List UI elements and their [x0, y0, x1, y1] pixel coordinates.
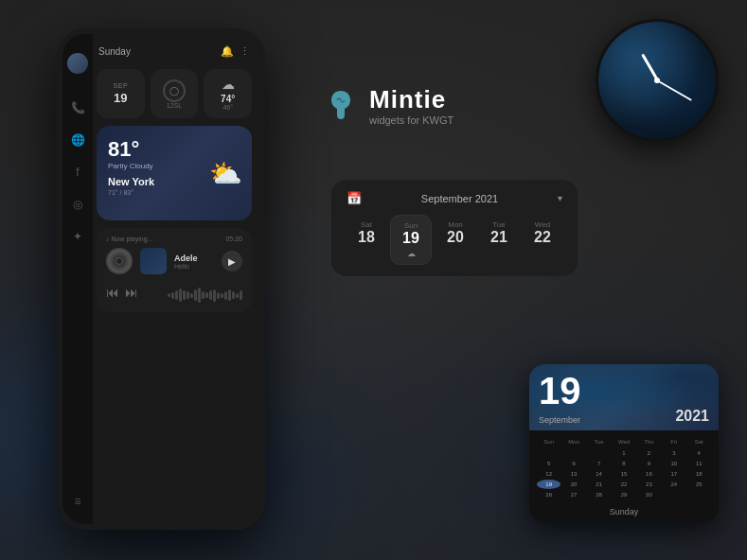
- weather-inner: 81° Partly Cloudy New York 71° / 83°: [108, 137, 240, 196]
- music-widget: ♪ Now playing... 05:20 Adele Hello ▶: [97, 228, 252, 312]
- logo-title: Mintie: [369, 85, 454, 114]
- cal-day[interactable]: 7: [587, 459, 611, 468]
- temp-value: 74°: [221, 94, 235, 104]
- cal-day[interactable]: 16: [637, 469, 661, 479]
- cal-day[interactable]: 5: [537, 459, 560, 468]
- cal-day[interactable]: 20: [561, 480, 585, 489]
- month-label: September 2021: [421, 193, 498, 204]
- music-bottom: ⏮ ⏭: [106, 280, 242, 305]
- steps-widget: ◯ 12SL: [151, 69, 199, 118]
- temp-widget: ☁ 74° 46°: [204, 69, 252, 118]
- cal-day[interactable]: 15: [612, 469, 635, 479]
- weather-widget: 81° Partly Cloudy New York 71° / 83° ⛅: [97, 126, 252, 220]
- clock-widget: [596, 19, 719, 142]
- skip-controls[interactable]: ⏮ ⏭: [106, 285, 138, 300]
- cal-day[interactable]: 24: [662, 480, 685, 489]
- weather-city: New York: [108, 176, 240, 187]
- cal-day[interactable]: 11: [687, 459, 711, 468]
- waveform-bar: [168, 293, 170, 297]
- date-cell-day-num: 22: [534, 229, 551, 246]
- prev-button[interactable]: ⏮: [106, 285, 119, 300]
- cal-day[interactable]: 9: [637, 459, 661, 468]
- waveform-bar: [209, 290, 212, 300]
- cal-day[interactable]: 18: [687, 469, 711, 479]
- date-cell[interactable]: Sun19☁: [390, 215, 432, 265]
- waveform-bar: [213, 289, 216, 302]
- avatar: [67, 53, 88, 74]
- date-cell[interactable]: Wed22: [523, 215, 562, 265]
- music-controls[interactable]: ▶: [222, 251, 242, 271]
- phone-topbar: Sunday 🔔 ⋮: [97, 42, 252, 61]
- facebook-icon: f: [70, 165, 85, 180]
- cal-day[interactable]: 19: [537, 480, 560, 489]
- date-cell-day-name: Wed: [535, 220, 550, 229]
- date-cell-day-name: Tue: [492, 220, 506, 229]
- cal-day[interactable]: 8: [612, 459, 635, 468]
- waveform-bar: [224, 291, 227, 300]
- cal-day[interactable]: 26: [537, 490, 560, 499]
- music-row: Adele Hello ▶: [106, 248, 242, 274]
- calendar-days-grid: 1234567891011121314151617181920212223242…: [537, 448, 711, 499]
- date-cell[interactable]: Mon20: [436, 215, 475, 265]
- weather-range: 71° / 83°: [108, 189, 240, 196]
- date-strip-widget: 📅 September 2021 ▾ Sat18Sun19☁Mon20Tue21…: [331, 180, 578, 276]
- waveform-bar: [187, 291, 189, 299]
- date-cell-day-name: Mon: [448, 220, 463, 229]
- cal-day[interactable]: 29: [612, 490, 635, 499]
- play-button[interactable]: ▶: [222, 251, 242, 271]
- calendar-month-name: September: [539, 415, 580, 425]
- waveform-bar: [190, 293, 193, 298]
- date-cell-day-num: 20: [447, 229, 464, 246]
- weather-temp: 81°: [108, 137, 240, 162]
- vinyl-center: [116, 257, 123, 265]
- cal-day: [687, 490, 711, 499]
- cal-day-header: Fri: [662, 438, 685, 446]
- cal-day[interactable]: 4: [687, 448, 711, 458]
- waveform-bar: [183, 290, 186, 300]
- logo-icon: [322, 87, 360, 125]
- waveform-bar: [175, 290, 178, 300]
- cal-day[interactable]: 23: [637, 480, 661, 489]
- calendar-small-icon: 📅: [347, 191, 362, 205]
- cal-day-header: Tue: [587, 438, 611, 446]
- music-title: Adele: [174, 254, 214, 263]
- phone-sidebar: 📞 🌐 f ◎ ✦ ≡: [62, 34, 93, 524]
- cal-day[interactable]: 14: [587, 469, 611, 479]
- mintie-logo: Mintie widgets for KWGT: [322, 85, 454, 126]
- cal-day[interactable]: 25: [687, 480, 711, 489]
- cal-day[interactable]: 28: [587, 490, 611, 499]
- small-widgets-row: SEP 19 ◯ 12SL ☁ 74° 46°: [97, 69, 252, 118]
- cal-day[interactable]: 6: [561, 459, 585, 468]
- album-art: [140, 248, 167, 274]
- cal-day[interactable]: 30: [637, 490, 661, 499]
- date-cell[interactable]: Sat18: [347, 215, 386, 265]
- bell-icon: 🔔: [221, 45, 234, 58]
- calendar-day-name: Sunday: [529, 507, 719, 522]
- globe-icon: 🌐: [70, 132, 85, 148]
- waveform-bar: [171, 292, 174, 299]
- date-strip-header: 📅 September 2021 ▾: [347, 191, 562, 205]
- clock-center-dot: [654, 78, 660, 83]
- cal-day[interactable]: 13: [561, 469, 585, 479]
- waveform-bar: [194, 289, 197, 301]
- cal-day[interactable]: 12: [537, 469, 560, 479]
- date-cell[interactable]: Tue21: [479, 215, 519, 265]
- waveform-bar: [236, 293, 239, 298]
- cal-day[interactable]: 27: [561, 490, 585, 499]
- waveform-bar: [221, 293, 223, 298]
- cal-day[interactable]: 2: [637, 448, 661, 458]
- cal-day[interactable]: 3: [662, 448, 685, 458]
- music-artist: Hello: [174, 263, 214, 270]
- cal-day[interactable]: 21: [587, 480, 611, 489]
- waveform-bar: [228, 289, 231, 301]
- cal-day[interactable]: 17: [662, 469, 685, 479]
- next-button[interactable]: ⏭: [125, 285, 138, 300]
- menu-icon: ≡: [70, 494, 85, 509]
- date-cell-day-name: Sun: [404, 221, 418, 230]
- cal-day[interactable]: 1: [612, 448, 635, 458]
- cal-day-header: Mon: [561, 438, 585, 446]
- cal-day[interactable]: 10: [662, 459, 685, 468]
- date-cell-day-num: 21: [490, 229, 507, 246]
- cal-day[interactable]: 22: [612, 480, 635, 489]
- calendar-big-date: 19: [539, 372, 581, 410]
